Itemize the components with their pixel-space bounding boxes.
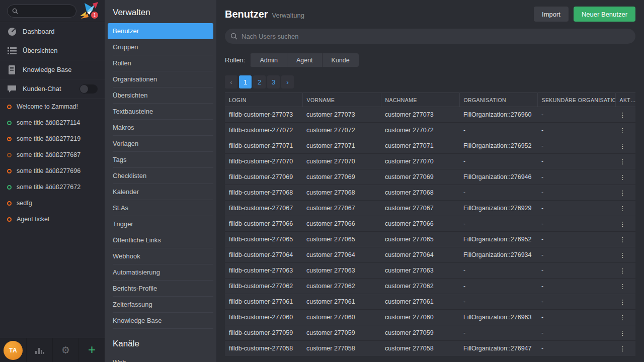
role-filter-button[interactable]: Admin xyxy=(250,53,286,67)
cell-vorname[interactable]: customer 277059 xyxy=(302,325,381,341)
cell-nachname[interactable]: customer 277069 xyxy=(381,169,459,185)
cell-login[interactable]: filldb-customer-277073 xyxy=(225,107,302,123)
new-ticket-button[interactable]: + xyxy=(78,338,105,362)
cell-organisation[interactable]: - xyxy=(459,279,537,294)
role-filter-button[interactable]: Kunde xyxy=(322,53,359,67)
cell-vorname[interactable]: customer 277060 xyxy=(302,310,381,325)
cell-login[interactable]: filldb-customer-277059 xyxy=(225,325,302,341)
row-actions-button[interactable]: ⋮ xyxy=(615,232,635,247)
pagination-button[interactable]: 2 xyxy=(253,75,266,88)
col-header-nachname[interactable]: NACHNAME xyxy=(381,93,459,107)
admin-menu-item[interactable]: Zeiterfassung xyxy=(108,297,213,313)
row-actions-button[interactable]: ⋮ xyxy=(615,263,635,279)
sidebar-nav-item[interactable]: Kunden-Chat xyxy=(0,79,105,99)
admin-menu-item[interactable]: SLAs xyxy=(108,200,213,216)
cell-vorname[interactable]: customer 277073 xyxy=(302,107,381,123)
admin-menu-item[interactable]: Checklisten xyxy=(108,168,213,184)
ticket-list-item[interactable]: some title äöüß277219 xyxy=(0,131,105,147)
cell-organisation[interactable]: FillOrganization::276947 xyxy=(459,341,537,356)
cell-vorname[interactable]: customer 277064 xyxy=(302,247,381,263)
cell-vorname[interactable]: customer 277070 xyxy=(302,154,381,169)
table-row[interactable]: filldb-customer-277067 customer 277067 c… xyxy=(225,201,635,216)
cell-organisation[interactable]: FillOrganization::276960 xyxy=(459,107,537,123)
cell-sekundaere-organisation[interactable]: - xyxy=(537,310,615,325)
table-row[interactable]: filldb-customer-277058 customer 277058 c… xyxy=(225,341,635,356)
cell-sekundaere-organisation[interactable]: - xyxy=(537,232,615,247)
cell-vorname[interactable]: customer 277058 xyxy=(302,341,381,356)
admin-menu-item[interactable]: Öffentliche Links xyxy=(108,232,213,248)
table-row[interactable]: filldb-customer-277071 customer 277071 c… xyxy=(225,138,635,154)
global-search-input[interactable] xyxy=(18,8,63,15)
cell-sekundaere-organisation[interactable]: - xyxy=(537,247,615,263)
cell-vorname[interactable]: customer 277062 xyxy=(302,279,381,294)
col-header-organisation[interactable]: ORGANISATION xyxy=(459,93,537,107)
cell-organisation[interactable]: - xyxy=(459,216,537,232)
table-row[interactable]: filldb-customer-277060 customer 277060 c… xyxy=(225,310,635,325)
cell-organisation[interactable]: - xyxy=(459,325,537,341)
cell-login[interactable]: filldb-customer-277066 xyxy=(225,216,302,232)
table-row[interactable]: filldb-customer-277063 customer 277063 c… xyxy=(225,263,635,279)
cell-vorname[interactable]: customer 277067 xyxy=(302,201,381,216)
cell-login[interactable]: filldb-customer-277064 xyxy=(225,247,302,263)
row-actions-button[interactable]: ⋮ xyxy=(615,341,635,356)
cell-vorname[interactable]: customer 277065 xyxy=(302,232,381,247)
table-row[interactable]: filldb-customer-277059 customer 277059 c… xyxy=(225,325,635,341)
cell-organisation[interactable]: - xyxy=(459,154,537,169)
pagination-button[interactable]: › xyxy=(281,75,294,88)
settings-button[interactable]: ⚙ xyxy=(52,338,78,362)
admin-menu-item[interactable]: Web xyxy=(108,354,213,362)
pagination-button[interactable]: 3 xyxy=(267,75,280,88)
cell-login[interactable]: filldb-customer-277058 xyxy=(225,341,302,356)
cell-login[interactable]: filldb-customer-277065 xyxy=(225,232,302,247)
cell-nachname[interactable]: customer 277063 xyxy=(381,263,459,279)
ticket-list-item[interactable]: some title äöüß277696 xyxy=(0,163,105,179)
col-header-login[interactable]: LOGIN xyxy=(225,93,302,107)
global-search[interactable] xyxy=(7,5,76,18)
cell-sekundaere-organisation[interactable]: - xyxy=(537,294,615,310)
sidebar-nav-item[interactable]: Dashboard xyxy=(0,22,105,41)
cell-login[interactable]: filldb-customer-277072 xyxy=(225,123,302,138)
cell-login[interactable]: filldb-customer-277071 xyxy=(225,138,302,154)
table-row[interactable]: filldb-customer-277065 customer 277065 c… xyxy=(225,232,635,247)
row-actions-button[interactable]: ⋮ xyxy=(615,325,635,341)
row-actions-button[interactable]: ⋮ xyxy=(615,185,635,201)
cell-login[interactable]: filldb-customer-277069 xyxy=(225,169,302,185)
admin-menu-item[interactable]: Makros xyxy=(108,120,213,136)
admin-menu-item[interactable]: Knowledge Base xyxy=(108,313,213,329)
table-row[interactable]: filldb-customer-277066 customer 277066 c… xyxy=(225,216,635,232)
table-row[interactable]: filldb-customer-277070 customer 277070 c… xyxy=(225,154,635,169)
kunden-chat-toggle[interactable] xyxy=(79,84,98,94)
cell-nachname[interactable]: customer 277058 xyxy=(381,341,459,356)
admin-menu-item[interactable]: Rollen xyxy=(108,55,213,71)
cell-organisation[interactable]: FillOrganization::276952 xyxy=(459,138,537,154)
cell-nachname[interactable]: customer 277060 xyxy=(381,310,459,325)
cell-nachname[interactable]: customer 277073 xyxy=(381,107,459,123)
cell-login[interactable]: filldb-customer-277070 xyxy=(225,154,302,169)
admin-menu-item[interactable]: Textbausteine xyxy=(108,104,213,120)
ticket-list-item[interactable]: some title äöüß277114 xyxy=(0,115,105,131)
cell-organisation[interactable]: - xyxy=(459,294,537,310)
admin-menu-item[interactable]: Trigger xyxy=(108,216,213,232)
cell-organisation[interactable]: FillOrganization::276952 xyxy=(459,232,537,247)
cell-nachname[interactable]: customer 277072 xyxy=(381,123,459,138)
user-search[interactable] xyxy=(225,29,635,44)
table-row[interactable]: filldb-customer-277064 customer 277064 c… xyxy=(225,247,635,263)
cell-nachname[interactable]: customer 277064 xyxy=(381,247,459,263)
row-actions-button[interactable]: ⋮ xyxy=(615,154,635,169)
cell-login[interactable]: filldb-customer-277062 xyxy=(225,279,302,294)
cell-vorname[interactable]: customer 277071 xyxy=(302,138,381,154)
row-actions-button[interactable]: ⋮ xyxy=(615,138,635,154)
row-actions-button[interactable]: ⋮ xyxy=(615,247,635,263)
cell-nachname[interactable]: customer 277062 xyxy=(381,279,459,294)
cell-sekundaere-organisation[interactable]: - xyxy=(537,154,615,169)
cell-sekundaere-organisation[interactable]: - xyxy=(537,169,615,185)
cell-vorname[interactable]: customer 277061 xyxy=(302,294,381,310)
cell-login[interactable]: filldb-customer-277063 xyxy=(225,263,302,279)
cell-nachname[interactable]: customer 277061 xyxy=(381,294,459,310)
cell-sekundaere-organisation[interactable]: - xyxy=(537,201,615,216)
cell-sekundaere-organisation[interactable]: - xyxy=(537,107,615,123)
admin-menu-item[interactable]: Organisationen xyxy=(108,71,213,87)
table-row[interactable]: filldb-customer-277069 customer 277069 c… xyxy=(225,169,635,185)
cell-organisation[interactable]: - xyxy=(459,123,537,138)
table-row[interactable]: filldb-customer-277072 customer 277072 c… xyxy=(225,123,635,138)
